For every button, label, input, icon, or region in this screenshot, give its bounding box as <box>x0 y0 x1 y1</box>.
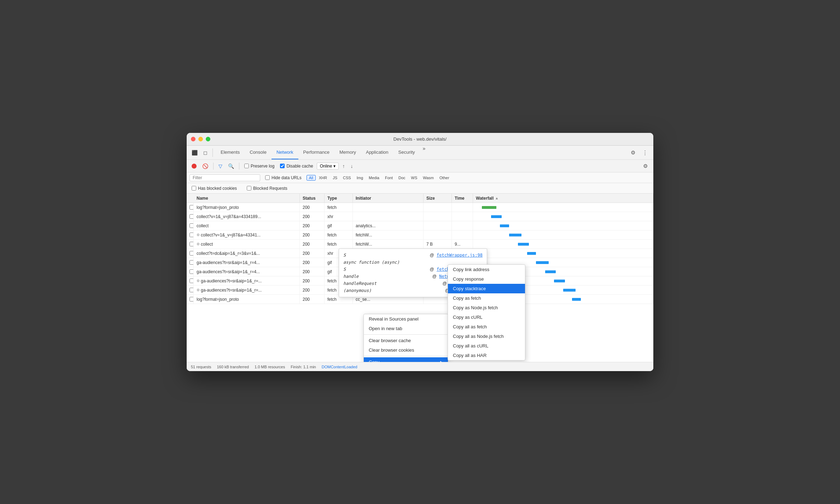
row-time-3 <box>452 230 473 239</box>
disable-cache-checkbox[interactable]: Disable cache <box>278 163 315 169</box>
row-checkbox-9[interactable] <box>187 286 194 294</box>
filter-other-btn[interactable]: Other <box>437 175 452 181</box>
preserve-log-input[interactable] <box>244 164 249 168</box>
row-checkbox-5[interactable] <box>187 249 194 258</box>
filter-img-btn[interactable]: Img <box>354 175 366 181</box>
export-button[interactable]: ↓ <box>348 162 355 170</box>
clear-button[interactable]: 🚫 <box>200 162 210 170</box>
table-row[interactable]: log?format=json_proto 200 fetch <box>187 203 653 212</box>
row-checkbox-8[interactable] <box>187 276 194 285</box>
device-icon[interactable]: ◻ <box>201 148 210 157</box>
disable-cache-input[interactable] <box>280 164 285 168</box>
filter-css-btn[interactable]: CSS <box>340 175 354 181</box>
devtools-window: DevTools - web.dev/vitals/ ⬛ ◻ Elements … <box>187 133 653 371</box>
settings-icon[interactable]: ⚙ <box>628 148 638 157</box>
row-status-7: 200 <box>300 267 325 276</box>
sm-copy-all-curl[interactable]: Copy all as cURL <box>448 341 525 351</box>
filter-font-btn[interactable]: Font <box>383 175 395 181</box>
row-checkbox-6[interactable] <box>187 258 194 267</box>
filter-media-btn[interactable]: Media <box>366 175 382 181</box>
dom-content-loaded-link[interactable]: DOMContentLoaded <box>322 365 357 369</box>
header-status[interactable]: Status <box>300 194 325 203</box>
copy-submenu: Copy link address Copy response Copy sta… <box>448 264 525 361</box>
table-row[interactable]: collect?v=1&_v=j87&a=4334189... 200 xhr <box>187 212 653 221</box>
traffic-lights <box>191 137 210 141</box>
header-time[interactable]: Time <box>452 194 473 203</box>
sm-copy-response[interactable]: Copy response <box>448 274 525 284</box>
hide-data-urls-input[interactable] <box>265 175 270 180</box>
table-row[interactable]: ⚙ collect?v=1&_v=j87&a=43341... 200 fetc… <box>187 230 653 240</box>
sm-copy-fetch[interactable]: Copy as fetch <box>448 293 525 303</box>
cm-reveal-sources[interactable]: Reveal in Sources panel <box>364 314 448 324</box>
header-name[interactable]: Name <box>194 194 300 203</box>
has-blocked-cookies-input[interactable] <box>192 186 196 191</box>
row-type-1: xhr <box>325 212 353 221</box>
sm-copy-all-fetch[interactable]: Copy all as fetch <box>448 322 525 332</box>
preserve-log-checkbox[interactable]: Preserve log <box>242 163 276 169</box>
table-row[interactable]: collect 200 gif analytics... <box>187 221 653 230</box>
row-checkbox-0[interactable] <box>187 203 194 212</box>
row-status-10: 200 <box>300 295 325 304</box>
cs-func-1: async function (async) <box>343 260 399 265</box>
tab-elements[interactable]: Elements <box>216 146 245 159</box>
window-title: DevTools - web.dev/vitals/ <box>393 136 447 142</box>
tab-memory[interactable]: Memory <box>334 146 361 159</box>
more-options-icon[interactable]: ⋮ <box>640 148 651 157</box>
has-blocked-cookies-checkbox[interactable]: Has blocked cookies <box>189 185 239 192</box>
filter-button[interactable]: ▽ <box>216 162 224 170</box>
hide-data-urls-checkbox[interactable]: Hide data URLs <box>263 175 304 181</box>
more-tabs-button[interactable]: » <box>420 146 428 159</box>
blocked-requests-input[interactable] <box>247 186 251 191</box>
row-checkbox-7[interactable] <box>187 267 194 276</box>
search-button[interactable]: 🔍 <box>226 162 236 170</box>
throttle-select[interactable]: Online ▾ <box>317 163 339 170</box>
sm-copy-curl[interactable]: Copy as cURL <box>448 312 525 322</box>
filter-ws-btn[interactable]: WS <box>409 175 420 181</box>
table-row[interactable]: ⚙ collect 200 fetch fetchW... 7 B 9... <box>187 240 653 249</box>
cm-copy[interactable]: Copy ▶ <box>364 357 448 362</box>
tab-network[interactable]: Network <box>272 146 298 159</box>
row-checkbox-1[interactable] <box>187 212 194 221</box>
sm-copy-nodejs-fetch[interactable]: Copy as Node.js fetch <box>448 303 525 312</box>
header-initiator[interactable]: Initiator <box>353 194 424 203</box>
row-initiator-3: fetchW... <box>353 230 424 239</box>
title-bar: DevTools - web.dev/vitals/ <box>187 133 653 146</box>
row-checkbox-3[interactable] <box>187 230 194 239</box>
cm-clear-cache[interactable]: Clear browser cache <box>364 336 448 345</box>
close-button[interactable] <box>191 137 196 141</box>
sm-copy-all-nodejs[interactable]: Copy all as Node.js fetch <box>448 332 525 341</box>
cm-open-new-tab[interactable]: Open in new tab <box>364 324 448 333</box>
tab-performance[interactable]: Performance <box>298 146 334 159</box>
row-checkbox-10[interactable] <box>187 295 194 304</box>
cursor-icon[interactable]: ⬛ <box>189 148 200 157</box>
sm-copy-link[interactable]: Copy link address <box>448 265 525 274</box>
filter-wasm-btn[interactable]: Wasm <box>420 175 436 181</box>
filter-all-btn[interactable]: All <box>307 175 316 181</box>
row-name-6: ga-audiences?t=sr&aip=1&_r=4... <box>194 258 300 267</box>
cm-clear-cookies[interactable]: Clear browser cookies <box>364 345 448 355</box>
header-type[interactable]: Type <box>325 194 353 203</box>
minimize-button[interactable] <box>198 137 203 141</box>
sm-copy-stacktrace[interactable]: Copy stacktrace <box>448 284 525 293</box>
tab-application[interactable]: Application <box>361 146 393 159</box>
filter-js-btn[interactable]: JS <box>330 175 340 181</box>
record-button[interactable] <box>189 163 199 170</box>
sm-copy-all-har[interactable]: Copy all as HAR <box>448 351 525 360</box>
row-checkbox-2[interactable] <box>187 221 194 230</box>
maximize-button[interactable] <box>206 137 210 141</box>
filter-doc-btn[interactable]: Doc <box>396 175 408 181</box>
import-button[interactable]: ↑ <box>340 162 347 170</box>
tab-bar: ⬛ ◻ Elements Console Network Performance… <box>187 146 653 160</box>
tab-security[interactable]: Security <box>393 146 420 159</box>
tab-console[interactable]: Console <box>245 146 272 159</box>
table-header: Name Status Type Initiator Size Time <box>187 194 653 203</box>
cs-link-0[interactable]: fetchWrapper.js:98 <box>437 253 483 258</box>
filter-xhr-btn[interactable]: XHR <box>316 175 329 181</box>
settings-gear-button[interactable]: ⚙ <box>640 162 651 171</box>
blocked-requests-checkbox[interactable]: Blocked Requests <box>245 185 290 192</box>
separator-2 <box>239 163 239 170</box>
filter-input[interactable] <box>189 174 260 181</box>
header-size[interactable]: Size <box>424 194 452 203</box>
row-checkbox-4[interactable] <box>187 240 194 248</box>
header-waterfall[interactable]: Waterfall ▲ <box>473 194 653 203</box>
